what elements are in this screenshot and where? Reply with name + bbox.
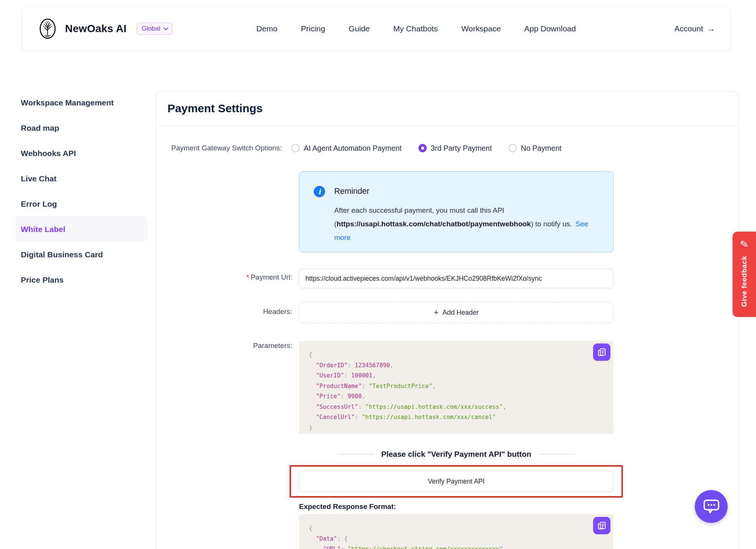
copy-icon-button[interactable] [593, 517, 610, 534]
payment-url-input[interactable] [299, 269, 613, 288]
nav-item-workspace[interactable]: Workspace [461, 24, 501, 33]
reminder-api-url: https://usapi.hottask.com/chat/chatbot/p… [336, 220, 531, 228]
parameters-label: Parameters: [171, 342, 292, 350]
gateway-radio-group: AI Agent Automation Payment3rd Party Pay… [291, 144, 562, 153]
page-title: Payment Settings [167, 102, 263, 115]
copy-document-icon [597, 521, 606, 530]
sidebar-item-error-log[interactable]: Error Log [15, 191, 148, 217]
nav-item-demo[interactable]: Demo [256, 24, 277, 33]
sidebar-item-price-plans[interactable]: Price Plans [15, 267, 148, 292]
nav-item-my-chatbots[interactable]: My Chatbots [393, 24, 438, 33]
copy-icon-button[interactable] [593, 343, 610, 361]
code-line: "SuccessUrl": "https://usapi.hottask.com… [309, 402, 613, 413]
divider-line [539, 454, 575, 455]
gateway-options-label: Payment Gateway Switch Options: [171, 144, 282, 152]
code-line: "ProductName": "TestProductPrice", [309, 381, 613, 392]
brand-name[interactable]: NewOaks AI [65, 23, 127, 35]
sidebar-item-digital-business-card[interactable]: Digital Business Card [15, 242, 148, 267]
verify-instruction-divider: Please click "Verify Payment API" button [299, 448, 613, 460]
code-line: "Price": 9900, [309, 391, 613, 402]
payment-url-label: *Payment Url: [171, 273, 292, 281]
top-nav-bar: NewOaks AI Global DemoPricingGuideMy Cha… [22, 6, 731, 51]
payment-settings-card: Payment Settings Payment Gateway Switch … [156, 91, 738, 549]
divider-line [338, 454, 374, 455]
reminder-body: After each successful payment, you must … [334, 204, 601, 244]
radio-unselected-icon[interactable] [291, 144, 300, 152]
copy-document-icon [597, 348, 606, 357]
account-label: Account [674, 24, 703, 33]
radio-selected-icon[interactable] [418, 144, 427, 152]
sidebar-item-workspace-management[interactable]: Workspace Management [15, 90, 148, 115]
code-line: "Data": { [309, 534, 613, 544]
radio-option-3rd-party-payment[interactable]: 3rd Party Payment [418, 144, 492, 153]
give-feedback-label: Give feedback [740, 256, 748, 307]
required-asterisk: * [246, 273, 249, 281]
sidebar-item-road-map[interactable]: Road map [15, 115, 148, 141]
code-line: { [309, 523, 613, 534]
expected-response-code-block: { "Data": { "URL": "https://checkout.str… [299, 514, 613, 549]
radio-option-label: 3rd Party Payment [431, 144, 492, 153]
reminder-text-after: ) to notify us. [531, 220, 572, 228]
sidebar-item-live-chat[interactable]: Live Chat [15, 166, 148, 191]
nav-item-app-download[interactable]: App Download [524, 24, 576, 33]
verify-instruction-text: Please click "Verify Payment API" button [381, 450, 531, 459]
code-line: { [309, 350, 613, 360]
code-line: "URL": "https://checkout.stripe.com/xxxx… [309, 544, 613, 549]
give-feedback-tab[interactable]: ✎ Give feedback [733, 232, 756, 317]
expected-response-json: { "Data": { "URL": "https://checkout.str… [309, 523, 613, 549]
newoaks-tree-logo-icon [36, 17, 59, 40]
nav-item-pricing[interactable]: Pricing [301, 24, 325, 33]
radio-option-label: No Payment [521, 144, 561, 153]
headers-label: Headers: [171, 308, 292, 316]
radio-unselected-icon[interactable] [508, 144, 517, 152]
pencil-icon: ✎ [739, 238, 750, 251]
card-header: Payment Settings [156, 91, 738, 126]
main-nav: DemoPricingGuideMy ChatbotsWorkspaceApp … [256, 6, 576, 51]
parameters-json: { "OrderID": 1234567890, "UserID": 10000… [309, 350, 613, 433]
sidebar: Workspace ManagementRoad mapWebhooks API… [15, 90, 148, 292]
code-line: "CancelUrl": "https://usapi.hottask.com/… [309, 412, 613, 423]
reminder-alert: i Reminder After each successful payment… [299, 171, 613, 252]
region-label: Global [142, 25, 160, 32]
verify-payment-api-button[interactable]: Verify Payment API [299, 471, 613, 492]
radio-option-ai-agent-automation-payment[interactable]: AI Agent Automation Payment [291, 144, 402, 153]
expected-response-label: Expected Response Format: [299, 503, 396, 511]
add-header-button[interactable]: + Add Header [299, 302, 613, 323]
radio-option-no-payment[interactable]: No Payment [508, 144, 561, 153]
chevron-down-icon [164, 26, 169, 31]
sidebar-item-white-label[interactable]: White Label [15, 217, 148, 242]
plus-icon: + [434, 308, 439, 317]
chat-bubble-icon [703, 498, 720, 515]
global-region-dropdown[interactable]: Global [136, 23, 172, 35]
sidebar-item-webhooks-api[interactable]: Webhooks API [15, 141, 148, 166]
gateway-switch-row: Payment Gateway Switch Options: AI Agent… [171, 142, 561, 154]
parameters-code-block: { "OrderID": 1234567890, "UserID": 10000… [299, 341, 613, 434]
code-line: "UserID": 100001, [309, 371, 613, 381]
add-header-label: Add Header [442, 309, 479, 317]
nav-item-guide[interactable]: Guide [349, 24, 370, 33]
info-icon: i [314, 186, 325, 197]
arrow-right-icon: → [707, 24, 715, 34]
reminder-title: Reminder [334, 187, 369, 196]
code-line: } [309, 423, 613, 433]
brand-group[interactable]: NewOaks AI Global [36, 17, 172, 40]
radio-option-label: AI Agent Automation Payment [304, 144, 402, 153]
account-link[interactable]: Account → [674, 6, 715, 51]
code-line: "OrderID": 1234567890, [309, 360, 613, 371]
chat-widget-button[interactable] [695, 490, 728, 523]
